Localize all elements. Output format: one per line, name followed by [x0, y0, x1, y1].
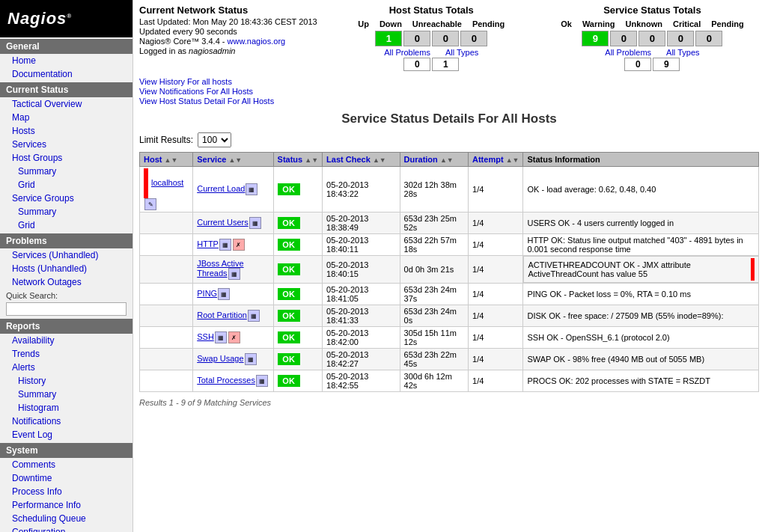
- service-action-icon2[interactable]: ✗: [233, 239, 245, 251]
- sidebar-alerts-histogram[interactable]: Histogram: [0, 401, 132, 415]
- service-action-icon[interactable]: ▦: [228, 268, 240, 280]
- svc-all-problems-value[interactable]: 0: [624, 58, 651, 71]
- col-attempt[interactable]: Attempt ▲▼: [469, 153, 523, 167]
- status-sort-icon[interactable]: ▲▼: [305, 156, 318, 164]
- sidebar-process-info[interactable]: Process Info: [0, 485, 132, 498]
- service-action-icon[interactable]: ▦: [246, 183, 257, 195]
- cell-attempt: 1/4: [469, 213, 523, 234]
- col-host[interactable]: Host ▲▼: [140, 153, 193, 167]
- host-up-value[interactable]: 1: [375, 31, 402, 46]
- col-status[interactable]: Status ▲▼: [273, 153, 323, 167]
- svc-critical-value[interactable]: 0: [667, 31, 694, 46]
- col-status-link[interactable]: Status: [278, 155, 303, 164]
- service-action-icon2[interactable]: ✗: [228, 331, 240, 343]
- version-link[interactable]: www.nagios.org: [228, 37, 286, 46]
- col-host-link[interactable]: Host: [144, 155, 162, 164]
- service-link[interactable]: Current Load: [197, 184, 245, 193]
- host-link[interactable]: localhost: [151, 178, 183, 187]
- svc-all-problems-link[interactable]: All Problems: [605, 48, 651, 57]
- quick-search-input[interactable]: [6, 302, 127, 316]
- view-history-link[interactable]: View History For all hosts: [139, 77, 759, 86]
- col-service[interactable]: Service ▲▼: [193, 153, 273, 167]
- sidebar-alerts-summary[interactable]: Summary: [0, 388, 132, 401]
- service-link[interactable]: HTTP: [197, 239, 219, 248]
- limit-select[interactable]: 25 50 100 All: [198, 132, 231, 147]
- sidebar-configuration[interactable]: Configuration: [0, 525, 132, 532]
- last-check-sort-icon[interactable]: ▲▼: [373, 156, 386, 164]
- col-last-check[interactable]: Last Check ▲▼: [323, 153, 400, 167]
- service-sort-icon[interactable]: ▲▼: [228, 156, 242, 164]
- sidebar-comments[interactable]: Comments: [0, 458, 132, 471]
- host-action-icon[interactable]: ✎: [144, 198, 156, 210]
- sidebar-documentation[interactable]: Documentation: [0, 67, 132, 81]
- col-service-link[interactable]: Service: [197, 155, 226, 164]
- sidebar-map[interactable]: Map: [0, 111, 132, 124]
- host-down-value[interactable]: 0: [403, 31, 430, 46]
- host-all-problems-link[interactable]: All Problems: [384, 48, 430, 57]
- duration-sort-icon[interactable]: ▲▼: [440, 156, 454, 164]
- sidebar-hosts-unhandled[interactable]: Hosts (Unhandled): [0, 262, 132, 275]
- sidebar-alerts[interactable]: Alerts: [0, 361, 132, 374]
- sidebar-downtime[interactable]: Downtime: [0, 471, 132, 485]
- svc-all-types-value[interactable]: 9: [653, 58, 680, 71]
- sidebar-host-groups-summary[interactable]: Summary: [0, 165, 132, 178]
- svc-unknown-label: Unknown: [621, 19, 667, 29]
- sidebar-performance-info[interactable]: Performance Info: [0, 498, 132, 512]
- sidebar-trends[interactable]: Trends: [0, 347, 132, 361]
- service-action-icon[interactable]: ▦: [245, 353, 257, 365]
- service-action-icon[interactable]: ▦: [249, 217, 261, 229]
- service-action-icon[interactable]: ▦: [218, 288, 230, 300]
- cell-service: SSH▦✗: [193, 327, 273, 349]
- col-attempt-link[interactable]: Attempt: [472, 155, 504, 164]
- sidebar-network-outages[interactable]: Network Outages: [0, 275, 132, 289]
- sidebar-event-log[interactable]: Event Log: [0, 428, 132, 441]
- col-duration[interactable]: Duration ▲▼: [400, 153, 468, 167]
- sidebar-tactical-overview[interactable]: Tactical Overview: [0, 97, 132, 111]
- service-action-icon[interactable]: ▦: [219, 239, 231, 251]
- service-link[interactable]: Total Processes: [197, 376, 255, 385]
- cell-service: JBoss Active Threads▦: [193, 256, 273, 284]
- host-unreachable-value[interactable]: 0: [432, 31, 459, 46]
- cell-service: PING▦: [193, 284, 273, 305]
- view-host-status-link[interactable]: View Host Status Detail For All Hosts: [139, 97, 759, 106]
- sidebar-home[interactable]: Home: [0, 54, 132, 67]
- service-link[interactable]: Swap Usage: [197, 354, 243, 363]
- col-duration-link[interactable]: Duration: [404, 155, 438, 164]
- view-links-area: View History For all hosts View Notifica…: [139, 77, 759, 106]
- sidebar-host-groups[interactable]: Host Groups: [0, 151, 132, 165]
- service-action-icon[interactable]: ▦: [248, 310, 260, 322]
- sidebar-availability[interactable]: Availability: [0, 334, 132, 347]
- col-last-check-link[interactable]: Last Check: [326, 155, 371, 164]
- sidebar-scheduling-queue[interactable]: Scheduling Queue: [0, 512, 132, 525]
- svc-unknown-value[interactable]: 0: [638, 31, 665, 46]
- sidebar-notifications[interactable]: Notifications: [0, 415, 132, 428]
- svc-pending-value[interactable]: 0: [695, 31, 722, 46]
- sidebar-alerts-history[interactable]: History: [0, 374, 132, 388]
- sidebar-service-groups-summary[interactable]: Summary: [0, 205, 132, 218]
- sidebar-service-groups[interactable]: Service Groups: [0, 192, 132, 205]
- svc-ok-value[interactable]: 9: [582, 31, 609, 46]
- sidebar-hosts[interactable]: Hosts: [0, 124, 132, 138]
- service-action-icon[interactable]: ▦: [256, 375, 268, 387]
- host-all-types-value[interactable]: 1: [432, 58, 459, 71]
- svc-warning-value[interactable]: 0: [610, 31, 637, 46]
- sidebar-host-groups-grid[interactable]: Grid: [0, 178, 132, 192]
- service-link[interactable]: Current Users: [197, 218, 248, 227]
- host-pending-value[interactable]: 0: [460, 31, 487, 46]
- service-action-icon[interactable]: ▦: [215, 331, 227, 343]
- cell-duration: 305d 15h 11m 12s: [400, 327, 468, 349]
- sidebar-services[interactable]: Services: [0, 138, 132, 151]
- host-all-problems-value[interactable]: 0: [403, 58, 430, 71]
- sidebar-service-groups-grid[interactable]: Grid: [0, 218, 132, 232]
- service-link[interactable]: SSH: [197, 332, 214, 341]
- cell-attempt: 1/4: [469, 167, 523, 213]
- service-link[interactable]: Root Partition: [197, 311, 247, 319]
- host-sort-icon[interactable]: ▲▼: [165, 156, 178, 164]
- view-notifications-link[interactable]: View Notifications For All Hosts: [139, 87, 759, 96]
- host-all-types-link[interactable]: All Types: [445, 48, 478, 57]
- attempt-sort-icon[interactable]: ▲▼: [506, 156, 519, 164]
- service-link[interactable]: PING: [197, 289, 217, 298]
- cell-host: [140, 256, 193, 284]
- svc-all-types-link[interactable]: All Types: [666, 48, 699, 57]
- sidebar-services-unhandled[interactable]: Services (Unhandled): [0, 248, 132, 262]
